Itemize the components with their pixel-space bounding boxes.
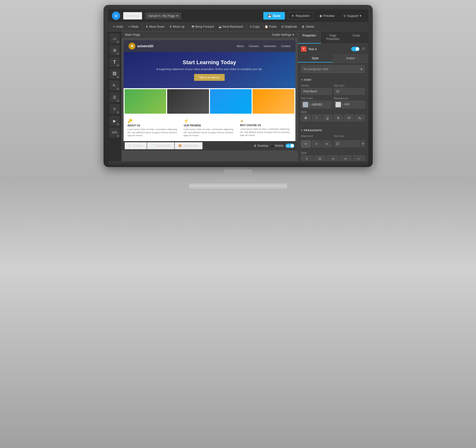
website-nav-links: About Courses Instructors Contact: [237, 45, 290, 48]
preview-button[interactable]: ◉ Preview: [316, 12, 337, 19]
why-icon: ▲: [240, 119, 291, 123]
bring-forward-button[interactable]: ⬒ Bring Forward: [190, 24, 216, 29]
save-icon: 💾: [268, 14, 272, 18]
video-icon: ▶: [113, 119, 116, 123]
guide-settings-button[interactable]: Guide Settings ▾: [272, 33, 294, 36]
sidebar-badge-4: +: [117, 76, 119, 78]
align-center-button[interactable]: ≡: [312, 140, 321, 147]
sidebar-code-icon[interactable]: </> +: [109, 127, 120, 138]
photo-3: [210, 89, 252, 114]
font-family-select[interactable]: Arial Black: [301, 88, 332, 95]
toggle-knob: [290, 144, 294, 147]
info-title-3: WHY CHOOSE US: [240, 124, 291, 127]
numbered-list-button[interactable]: 1≡: [314, 155, 326, 161]
toolbar-separator-2: [188, 24, 188, 29]
variant-selector[interactable]: Variant A: My Page ▾: [145, 12, 181, 19]
indent-button[interactable]: ⇥: [327, 155, 339, 161]
republish-button[interactable]: ✈ Republish: [288, 12, 313, 20]
settings-icon[interactable]: ⏱: [361, 47, 365, 51]
duplicate-button[interactable]: ⧉ Duplicate: [279, 24, 299, 29]
text-color-swatch[interactable]: [303, 102, 308, 107]
move-down-icon: ⬇: [146, 25, 148, 28]
text-color-input[interactable]: #: [301, 101, 332, 109]
font-section-header[interactable]: ▾ FONT: [301, 78, 365, 82]
align-right-button[interactable]: ≡: [322, 140, 332, 147]
paste-icon: 📋: [265, 25, 268, 28]
mobile-button[interactable]: 📱 Mobile: [270, 144, 283, 147]
separator-button[interactable]: —: [353, 155, 365, 161]
tab-properties[interactable]: Properties: [298, 31, 321, 44]
subscript-button[interactable]: X₂: [355, 114, 365, 121]
element-type-icon: T: [301, 46, 306, 52]
para-size-input[interactable]: [334, 140, 360, 147]
visibility-toggle[interactable]: [351, 47, 360, 51]
text-color-value[interactable]: [312, 103, 324, 106]
strikethrough-button[interactable]: S: [333, 114, 343, 121]
hero-cta-button[interactable]: Talk to an advisor: [194, 74, 225, 81]
tab-page-properties[interactable]: Page Properties: [321, 31, 345, 44]
bg-color-value[interactable]: [344, 103, 357, 106]
trash-icon: 🗑: [302, 25, 305, 28]
bg-color-input[interactable]: #: [334, 101, 365, 109]
outdent-button[interactable]: ⇤: [340, 155, 352, 161]
javascripts-tab[interactable]: 📄 Javascripts: [147, 142, 174, 149]
content-tab[interactable]: ☰ Content: [125, 142, 147, 149]
font-size-select[interactable]: 12: [334, 88, 365, 95]
nav-link-contact[interactable]: Contact: [281, 45, 290, 48]
send-backward-button[interactable]: ⬓ Send Backward: [217, 24, 245, 29]
paste-button[interactable]: 📋 Paste: [263, 24, 279, 29]
align-left-button[interactable]: ≡: [301, 140, 311, 147]
undo-button[interactable]: ↩ Undo: [111, 24, 125, 29]
move-down-button[interactable]: ⬇ Move Down: [144, 24, 166, 29]
tab-goals[interactable]: Goals: [345, 31, 368, 44]
sidebar-text-icon[interactable]: T +: [109, 57, 120, 67]
monitor-stand-neck: [211, 170, 265, 182]
style-tab[interactable]: Style: [298, 54, 333, 62]
font-size-col: Size (px) 12: [334, 84, 365, 95]
delete-button[interactable]: 🗑 Delete: [300, 24, 316, 29]
nav-link-instructors[interactable]: Instructors: [264, 45, 276, 48]
redo-button[interactable]: ↪ Redo: [126, 24, 140, 29]
website-nav: 🏛 universitii About Courses Instructors …: [124, 40, 295, 52]
sidebar-section-icon[interactable]: ▭ +: [109, 33, 120, 44]
duplicate-icon: ⧉: [281, 25, 284, 28]
text-style-buttons: B I U S X² X₂: [301, 114, 365, 121]
paragraph-section-header[interactable]: ▾ PARAGRAPH: [301, 129, 365, 132]
overview-nav[interactable]: Overview: [123, 12, 142, 20]
nav-link-courses[interactable]: Courses: [249, 45, 259, 48]
copy-button[interactable]: ⎘ Copy: [248, 24, 262, 29]
bold-button[interactable]: B: [301, 114, 311, 121]
desktop-button[interactable]: 🖥 Desktop: [254, 144, 268, 147]
sidebar-blocks-icon[interactable]: B+ +: [109, 80, 120, 91]
para-size-unit[interactable]: ▾: [361, 140, 365, 147]
sidebar-list-icon[interactable]: ≡ +: [109, 104, 120, 114]
sidebar-badge-6: +: [117, 99, 119, 102]
sidebar-widget-icon[interactable]: ⊞ +: [109, 45, 120, 55]
blocks-icon: B+: [113, 84, 116, 87]
superscript-button[interactable]: X²: [344, 114, 354, 121]
sidebar-video-icon[interactable]: ▶ +: [109, 116, 120, 126]
style-label: Style: [301, 110, 365, 113]
main-area: ▭ + ⊞ + T + 🖼 + B+ +: [108, 31, 368, 161]
stylesheets-tab[interactable]: 🎨 Stylesheets: [174, 142, 203, 149]
save-button[interactable]: 💾 Save: [263, 12, 285, 20]
move-up-button[interactable]: ⬆ Move Up: [167, 24, 186, 29]
promise-icon: ⚡: [184, 119, 235, 123]
toolbar-separator-3: [246, 24, 247, 29]
redo-icon: ↪: [128, 25, 130, 28]
collapse-icon: ▾: [301, 78, 302, 82]
bullet-list-button[interactable]: ≡: [301, 155, 313, 161]
underline-button[interactable]: U: [323, 114, 332, 121]
action-tab[interactable]: Action: [333, 54, 368, 62]
sidebar-content-icon[interactable]: ☰ +: [109, 92, 120, 102]
align-btns-col: ≡ ≡ ≡: [301, 140, 332, 149]
support-button[interactable]: ⊙ Support ▾: [340, 12, 364, 19]
sidebar-badge-7: +: [117, 111, 119, 114]
bg-color-swatch[interactable]: [336, 102, 341, 107]
paragraph-style-select[interactable]: No paragraph style: [301, 65, 365, 73]
italic-button[interactable]: I: [312, 114, 322, 121]
sidebar-image-icon[interactable]: 🖼 +: [109, 69, 120, 79]
nav-link-about[interactable]: About: [237, 45, 244, 48]
monitor-frame: U Overview Variant A: My Page ▾ 💾 Save ✈…: [104, 5, 373, 167]
mobile-toggle[interactable]: on: [286, 144, 294, 148]
